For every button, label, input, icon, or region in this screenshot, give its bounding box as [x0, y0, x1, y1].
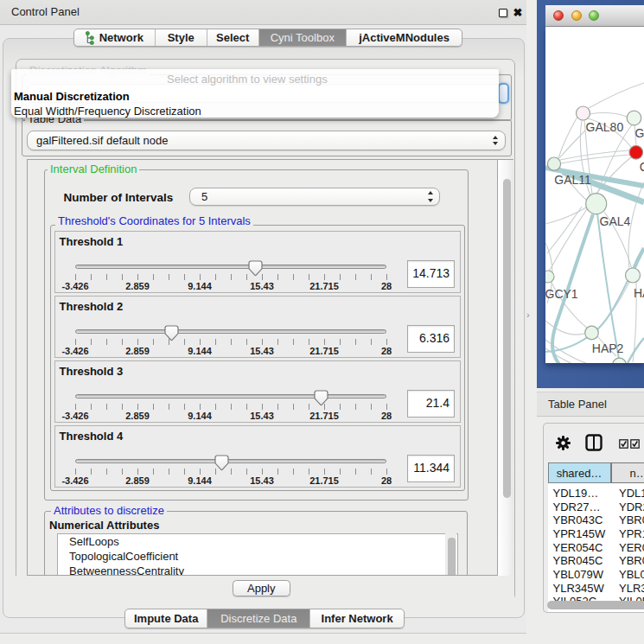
svg-text:GAL11: GAL11 [554, 173, 591, 187]
svg-text:GAL80: GAL80 [586, 120, 624, 134]
svg-text:CR: CR [640, 160, 644, 174]
svg-text:HA: HA [634, 286, 644, 300]
svg-text:HAP2: HAP2 [592, 341, 624, 355]
svg-text:GA: GA [634, 126, 644, 140]
svg-text:GCY1: GCY1 [545, 287, 578, 301]
svg-text:GAL4: GAL4 [600, 214, 631, 228]
